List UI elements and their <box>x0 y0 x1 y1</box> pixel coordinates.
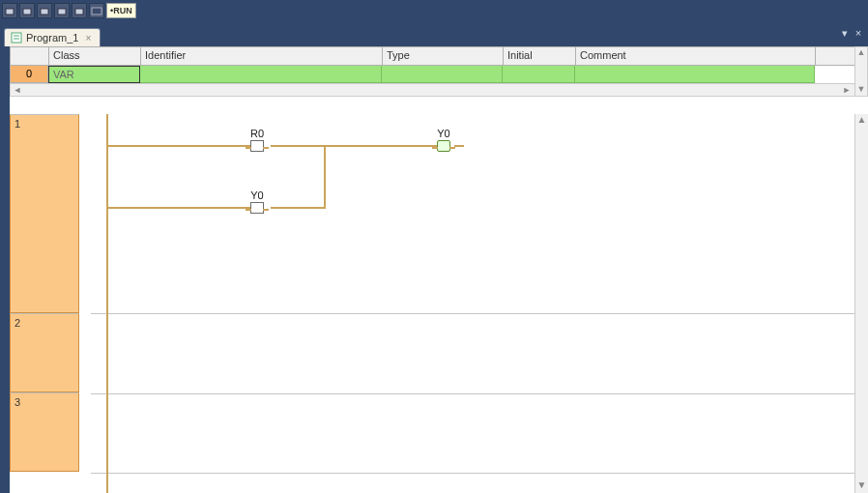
ladder-diagram[interactable]: R0 Y0 Y0 <box>91 114 854 493</box>
cell-initial[interactable] <box>503 66 575 83</box>
contact-symbol <box>250 202 264 214</box>
scroll-down-icon[interactable]: ▼ <box>855 84 867 96</box>
svg-rect-0 <box>6 9 14 14</box>
cell-comment[interactable] <box>575 66 815 83</box>
svg-rect-2 <box>41 9 48 14</box>
ladder-editor: 1 2 3 R0 <box>10 114 868 493</box>
contact-y0[interactable]: Y0 <box>250 189 264 214</box>
header-initial[interactable]: Initial <box>504 47 576 65</box>
rung-divider <box>91 393 854 394</box>
rung-divider <box>91 473 854 474</box>
variable-table: Class Identifier Type Initial Comment 0 … <box>10 46 868 97</box>
header-type[interactable]: Type <box>383 47 504 65</box>
variable-vscrollbar[interactable]: ▲ ▼ <box>854 46 868 97</box>
svg-rect-6 <box>12 33 21 43</box>
scroll-up-icon[interactable]: ▲ <box>855 47 867 59</box>
cell-identifier[interactable] <box>140 66 382 83</box>
tab-label: Program_1 <box>26 32 78 44</box>
scroll-left-icon[interactable]: ◄ <box>11 84 24 96</box>
rung-number-1[interactable]: 1 <box>10 114 79 313</box>
coil-label: Y0 <box>437 128 450 139</box>
power-rail <box>106 114 108 493</box>
contact-label: Y0 <box>250 189 264 201</box>
tab-close-icon[interactable]: × <box>82 32 94 44</box>
tab-actions: ▾ × <box>839 27 864 40</box>
rung-number-2[interactable]: 2 <box>10 313 79 392</box>
scroll-down-icon[interactable]: ▼ <box>855 479 868 493</box>
wire <box>107 145 257 147</box>
rung-number-3[interactable]: 3 <box>10 392 79 472</box>
toolbar-btn-4[interactable] <box>54 3 70 18</box>
contact-symbol <box>250 140 264 152</box>
toolbar-btn-5[interactable] <box>72 3 87 18</box>
dot-grid <box>91 114 854 493</box>
tab-dropdown-icon[interactable]: ▾ <box>839 27 851 40</box>
svg-rect-4 <box>75 9 83 14</box>
run-button[interactable]: •RUN <box>106 3 136 18</box>
contact-label: R0 <box>250 128 264 139</box>
svg-rect-5 <box>92 8 101 14</box>
cell-type[interactable] <box>382 66 503 83</box>
toolbar-btn-1[interactable] <box>2 3 17 18</box>
rung-number-column: 1 2 3 <box>10 114 79 493</box>
row-index[interactable]: 0 <box>10 66 48 83</box>
wire <box>324 145 326 209</box>
editor-pane: Class Identifier Type Initial Comment 0 … <box>10 46 868 493</box>
toolbar-btn-2[interactable] <box>19 3 35 18</box>
coil-symbol <box>437 140 450 152</box>
wire <box>324 145 438 147</box>
contact-r0[interactable]: R0 <box>250 128 264 152</box>
svg-rect-1 <box>23 9 31 14</box>
tab-close-all-icon[interactable]: × <box>853 27 864 40</box>
scroll-up-icon[interactable]: ▲ <box>855 114 868 128</box>
header-rowcell <box>11 47 49 65</box>
svg-rect-3 <box>58 9 66 14</box>
document-tabstrip: Program_1 × ▾ × <box>0 21 868 46</box>
toolbar-btn-6[interactable] <box>89 3 104 18</box>
coil-y0[interactable]: Y0 <box>437 128 450 152</box>
wire <box>271 207 325 209</box>
ladder-vscrollbar[interactable]: ▲ ▼ <box>854 114 868 493</box>
scroll-right-icon[interactable]: ► <box>840 84 854 96</box>
variable-hscrollbar[interactable]: ◄ ► <box>10 83 868 97</box>
cell-class[interactable]: VAR <box>48 66 140 83</box>
wire <box>271 145 325 147</box>
variable-row[interactable]: 0 VAR <box>10 66 868 83</box>
wire <box>107 207 257 209</box>
tab-program-1[interactable]: Program_1 × <box>4 28 101 46</box>
main-toolbar: •RUN <box>0 0 868 21</box>
header-class[interactable]: Class <box>49 47 141 65</box>
wire <box>454 145 464 147</box>
header-identifier[interactable]: Identifier <box>141 47 383 65</box>
program-icon <box>11 32 22 44</box>
rung-divider <box>91 313 854 314</box>
toolbar-btn-3[interactable] <box>37 3 52 18</box>
header-comment[interactable]: Comment <box>576 47 816 65</box>
variable-table-header: Class Identifier Type Initial Comment <box>10 46 868 66</box>
